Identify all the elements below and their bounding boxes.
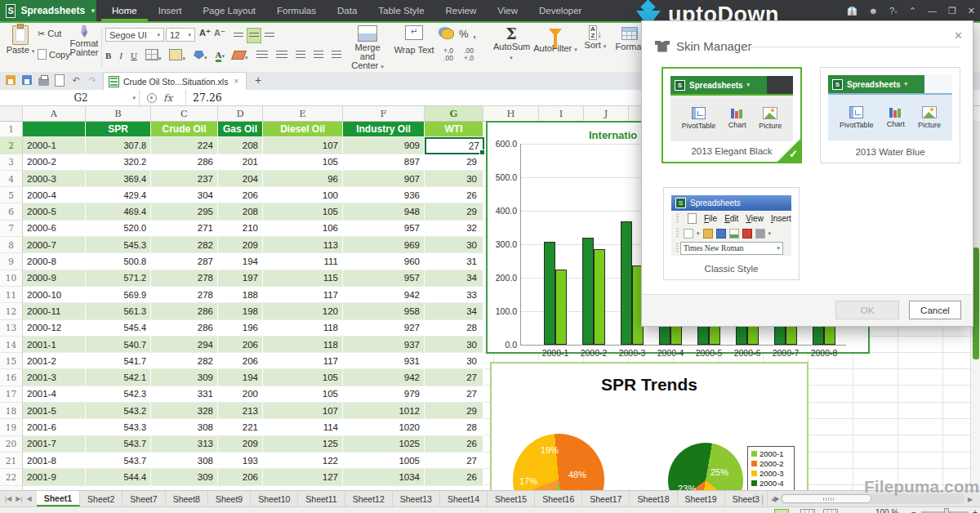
cell[interactable]: 118: [263, 337, 343, 353]
cell[interactable]: 100: [263, 187, 343, 203]
cell[interactable]: 32: [425, 221, 483, 237]
table-header-cell[interactable]: Diesel Oil: [263, 121, 343, 137]
font-size-select[interactable]: 12▾: [166, 28, 195, 42]
cell[interactable]: 30: [425, 337, 483, 353]
sheet-tab-sheet18[interactable]: Sheet18: [630, 491, 677, 506]
cell[interactable]: 115: [263, 270, 343, 287]
cell[interactable]: 2001-6: [23, 419, 86, 435]
formula-input[interactable]: 27.26: [193, 90, 222, 105]
cell[interactable]: 942: [343, 369, 425, 386]
increase-indent-button[interactable]: [276, 51, 287, 60]
shrink-font-button[interactable]: A⁻: [214, 28, 225, 38]
row-number-21[interactable]: 21: [0, 453, 23, 469]
row-number-2[interactable]: 2: [0, 137, 23, 154]
print-preview-button[interactable]: [54, 74, 65, 86]
borders-button[interactable]: ▾: [145, 49, 162, 62]
cell[interactable]: 34: [425, 270, 483, 287]
cell[interactable]: 2000-7: [23, 237, 86, 253]
menu-tab-data[interactable]: Data: [327, 0, 368, 21]
cell[interactable]: 957: [343, 270, 425, 287]
horizontal-scrollbar-thumb[interactable]: [782, 494, 871, 503]
account-icon[interactable]: ☻: [868, 6, 878, 16]
cell[interactable]: 569.9: [86, 287, 151, 303]
cell[interactable]: 958: [343, 303, 425, 319]
row-number-13[interactable]: 13: [0, 320, 23, 337]
column-header-a[interactable]: A: [23, 106, 86, 121]
cell[interactable]: 2001-9: [23, 469, 86, 485]
cell-style-button[interactable]: ▾: [169, 49, 185, 62]
underline-button[interactable]: U: [131, 51, 137, 60]
font-color-button[interactable]: A▾: [216, 50, 225, 62]
new-document-tab-button[interactable]: +: [255, 74, 261, 87]
cell[interactable]: 2001-7: [23, 436, 86, 453]
cell[interactable]: 29: [425, 403, 483, 419]
cell[interactable]: 194: [218, 253, 263, 270]
cell[interactable]: 309: [151, 469, 218, 485]
cell[interactable]: 118: [263, 320, 343, 337]
cell[interactable]: 948: [343, 203, 425, 220]
cell[interactable]: 542.3: [86, 386, 151, 403]
cut-button[interactable]: ✂ Cut: [38, 29, 61, 39]
cell[interactable]: 544.4: [86, 469, 151, 485]
cell[interactable]: 909: [343, 137, 425, 154]
menu-tab-formulas[interactable]: Formulas: [266, 0, 327, 21]
ok-button[interactable]: OK: [835, 301, 899, 319]
cancel-button[interactable]: Cancel: [909, 301, 961, 319]
cell[interactable]: 313: [151, 436, 218, 453]
cell[interactable]: 429.4: [86, 187, 151, 203]
sheet-tab-sheet12[interactable]: Sheet12: [345, 491, 393, 506]
sheet-tab-sheet2[interactable]: Sheet2: [80, 491, 122, 506]
print-button[interactable]: [38, 74, 49, 86]
cell[interactable]: 543.3: [86, 419, 151, 435]
cell[interactable]: 2000-11: [23, 303, 86, 319]
cell[interactable]: 213: [218, 403, 263, 419]
cell[interactable]: 105: [263, 203, 343, 220]
cell[interactable]: 208: [218, 203, 263, 220]
decrease-decimal-button[interactable]: .00+.0: [464, 47, 474, 62]
row-number-11[interactable]: 11: [0, 287, 23, 303]
percent-button[interactable]: %: [459, 28, 469, 40]
wrap-text-button[interactable]: ↵ Wrap Text: [394, 25, 434, 55]
cell[interactable]: 2001-4: [23, 386, 86, 403]
cell[interactable]: 105: [263, 386, 343, 403]
column-header-i[interactable]: I: [539, 106, 584, 121]
column-header-b[interactable]: B: [86, 106, 151, 121]
splitter[interactable]: |: [761, 493, 764, 505]
row-number-1[interactable]: 1: [0, 121, 23, 137]
menu-tab-insert[interactable]: Insert: [148, 0, 193, 21]
column-header-c[interactable]: C: [151, 106, 218, 121]
cell[interactable]: 294: [151, 337, 218, 353]
cell[interactable]: 278: [151, 270, 218, 287]
table-header-cell[interactable]: WTI: [425, 121, 483, 137]
cell[interactable]: 543.7: [86, 453, 151, 469]
cell[interactable]: 30: [425, 171, 483, 187]
table-header-cell[interactable]: Crude Oil: [151, 121, 218, 137]
decrease-indent-button[interactable]: [256, 51, 268, 60]
autofilter-button[interactable]: AutoFilter ▾: [533, 25, 577, 53]
cell[interactable]: 96: [263, 171, 343, 187]
cell[interactable]: 942: [343, 287, 425, 303]
align-top-button[interactable]: [232, 28, 245, 42]
cell[interactable]: 907: [343, 171, 425, 187]
restore-icon[interactable]: ❐: [948, 6, 956, 16]
cell[interactable]: 198: [218, 303, 263, 319]
cell[interactable]: 957: [343, 221, 425, 237]
cell[interactable]: 197: [218, 270, 263, 287]
row-number-12[interactable]: 12: [0, 303, 23, 319]
cell[interactable]: 196: [218, 320, 263, 337]
save-button[interactable]: [5, 74, 16, 86]
cell[interactable]: 2001-5: [23, 403, 86, 419]
cell[interactable]: 2000-9: [23, 270, 86, 287]
cell[interactable]: 107: [263, 403, 343, 419]
row-number-7[interactable]: 7: [0, 221, 23, 237]
cell[interactable]: 27: [425, 453, 483, 469]
bold-button[interactable]: B: [105, 51, 111, 60]
cell[interactable]: 31: [425, 253, 483, 270]
hscroll-right-icon[interactable]: ▶: [968, 496, 973, 503]
row-number-17[interactable]: 17: [0, 386, 23, 403]
app-logo[interactable]: S Spreadsheets ▼: [0, 0, 96, 21]
cell[interactable]: 237: [151, 171, 218, 187]
cell[interactable]: 2001-2: [23, 353, 86, 369]
sheet-tab-sheet1[interactable]: Sheet1: [37, 491, 80, 506]
table-header-cell[interactable]: [23, 121, 86, 137]
